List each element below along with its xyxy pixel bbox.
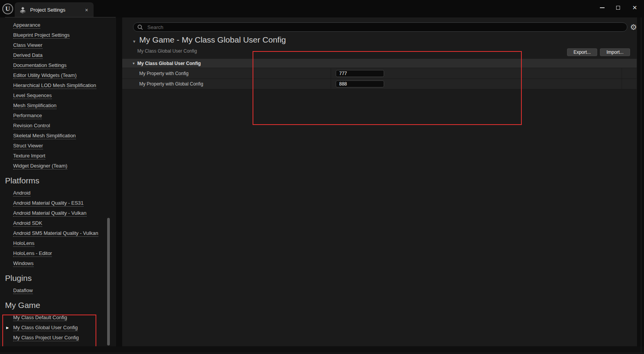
sidebar-item-android[interactable]: Android bbox=[0, 188, 116, 198]
sidebar-item-label: Skeletal Mesh Simplification bbox=[13, 133, 76, 139]
page-subtitle: My Class Global User Config bbox=[137, 48, 197, 54]
sidebar-item-label: Blueprint Project Settings bbox=[13, 32, 70, 39]
sidebar-item-mesh-simplification[interactable]: Mesh Simplification bbox=[0, 101, 116, 111]
sidebar-item-my-class-default-config[interactable]: My Class Default Config bbox=[0, 313, 116, 323]
sidebar-item-android-material-quality-es31[interactable]: Android Material Quality - ES31 bbox=[0, 198, 116, 208]
sidebar-item-blueprint-project-settings[interactable]: Blueprint Project Settings bbox=[0, 30, 116, 40]
sidebar-item-my-class-global-user-config[interactable]: ▶My Class Global User Config bbox=[0, 323, 116, 333]
property-row: My Property with Config bbox=[122, 68, 637, 79]
sidebar-item-documentation-settings[interactable]: Documentation Settings bbox=[0, 60, 116, 70]
sidebar-item-label: Class Viewer bbox=[13, 42, 43, 49]
sidebar-item-label: Editor Utility Widgets (Team) bbox=[13, 72, 77, 79]
window-minimize-button[interactable] bbox=[599, 5, 605, 11]
sidebar-item-class-viewer[interactable]: Class Viewer bbox=[0, 40, 116, 50]
sidebar-item-label: Struct Viewer bbox=[13, 143, 43, 149]
property-value-cell bbox=[331, 79, 622, 89]
property-label: My Property with Config bbox=[122, 68, 331, 79]
property-value-input[interactable] bbox=[336, 70, 384, 77]
project-settings-window: U Project Settings × ✕ bbox=[0, 0, 644, 354]
category-label: My Class Global User Config bbox=[137, 61, 201, 66]
title-bar: U Project Settings × ✕ bbox=[0, 0, 644, 17]
settings-gear-icon[interactable]: ⚙ bbox=[630, 23, 637, 31]
search-input[interactable] bbox=[147, 24, 623, 31]
window-maximize-button[interactable] bbox=[615, 5, 621, 11]
sidebar-item-label: Revision Control bbox=[13, 123, 50, 129]
sidebar-item-label: Android bbox=[13, 190, 31, 197]
sidebar-item-texture-import[interactable]: Texture Import bbox=[0, 151, 116, 161]
sidebar-item-label: My Class Project User Config bbox=[13, 335, 79, 341]
sidebar-item-label: Texture Import bbox=[13, 153, 45, 159]
sidebar-item-label: Documentation Settings bbox=[13, 62, 67, 69]
sidebar-item-editor-utility-widgets-team-[interactable]: Editor Utility Widgets (Team) bbox=[0, 70, 116, 80]
sidebar-item-label: Derived Data bbox=[13, 52, 43, 59]
page-title: My Game - My Class Global User Config bbox=[139, 35, 286, 44]
sidebar-item-label: HoloLens bbox=[13, 240, 34, 247]
sidebar-item-hierarchical-lod-mesh-simplification[interactable]: Hierarchical LOD Mesh Simplification bbox=[0, 80, 116, 91]
unreal-logo-letter: U bbox=[5, 5, 10, 12]
sidebar-item-my-class-project-user-config[interactable]: My Class Project User Config bbox=[0, 333, 116, 343]
settings-sidebar: AppearanceBlueprint Project SettingsClas… bbox=[0, 17, 116, 346]
sidebar-item-label: Android Material Quality - Vulkan bbox=[13, 210, 87, 217]
sidebar-item-label: Hierarchical LOD Mesh Simplification bbox=[13, 82, 96, 89]
category-header[interactable]: ▾ My Class Global User Config bbox=[122, 59, 637, 68]
unreal-engine-logo-icon: U bbox=[2, 3, 13, 14]
property-value-input[interactable] bbox=[336, 80, 384, 87]
sidebar-item-label: My Class Global User Config bbox=[13, 325, 78, 331]
selected-item-arrow-icon: ▶ bbox=[6, 323, 9, 333]
property-row: My Property with Global Config bbox=[122, 79, 637, 89]
property-value-cell bbox=[331, 68, 622, 79]
import-button[interactable]: Import... bbox=[600, 48, 630, 56]
sidebar-item-label: Windows bbox=[13, 260, 34, 267]
sidebar-item-skeletal-mesh-simplification[interactable]: Skeletal Mesh Simplification bbox=[0, 131, 116, 141]
settings-main-panel: ⚙ ▾ My Game - My Class Global User Confi… bbox=[122, 17, 637, 346]
tab-project-settings[interactable]: Project Settings × bbox=[15, 2, 94, 17]
sidebar-item-performance[interactable]: Performance bbox=[0, 111, 116, 121]
sidebar-item-label: Widget Designer (Team) bbox=[13, 163, 67, 169]
category-collapse-icon[interactable]: ▾ bbox=[133, 62, 135, 65]
tab-close-icon[interactable]: × bbox=[84, 7, 90, 13]
export-button[interactable]: Export... bbox=[567, 48, 597, 56]
sidebar-item-android-sm5-material-quality-vulkan[interactable]: Android SM5 Material Quality - Vulkan bbox=[0, 228, 116, 238]
sidebar-item-derived-data[interactable]: Derived Data bbox=[0, 50, 116, 60]
sidebar-item-windows[interactable]: Windows bbox=[0, 258, 116, 268]
sidebar-item-label: Dataflow bbox=[13, 287, 33, 294]
sidebar-item-label: Android SM5 Material Quality - Vulkan bbox=[13, 230, 98, 237]
sidebar-item-hololens-editor[interactable]: HoloLens - Editor bbox=[0, 248, 116, 258]
window-close-button[interactable]: ✕ bbox=[632, 5, 638, 11]
sidebar-item-hololens[interactable]: HoloLens bbox=[0, 238, 116, 248]
sidebar-item-appearance[interactable]: Appearance bbox=[0, 20, 116, 30]
sidebar-item-struct-viewer[interactable]: Struct Viewer bbox=[0, 141, 116, 151]
title-collapse-icon[interactable]: ▾ bbox=[133, 39, 135, 44]
sidebar-item-revision-control[interactable]: Revision Control bbox=[0, 121, 116, 131]
sidebar-item-dataflow[interactable]: Dataflow bbox=[0, 286, 116, 296]
sidebar-section-header-my-game: My Game bbox=[0, 298, 116, 313]
sidebar-item-label: Mesh Simplification bbox=[13, 103, 56, 109]
sidebar-item-level-sequences[interactable]: Level Sequences bbox=[0, 91, 116, 101]
sidebar-item-label: Appearance bbox=[13, 22, 40, 29]
project-settings-icon bbox=[19, 7, 26, 14]
sidebar-item-label: HoloLens - Editor bbox=[13, 250, 52, 257]
sidebar-section-header-platforms: Platforms bbox=[0, 173, 116, 188]
property-row-end-cell bbox=[622, 68, 637, 79]
search-icon bbox=[137, 24, 143, 30]
sidebar-item-widget-designer-team-[interactable]: Widget Designer (Team) bbox=[0, 161, 116, 171]
sidebar-item-label: Performance bbox=[13, 113, 42, 119]
sidebar-item-android-sdk[interactable]: Android SDK bbox=[0, 218, 116, 228]
search-bar[interactable] bbox=[133, 22, 627, 32]
tab-title: Project Settings bbox=[30, 7, 84, 13]
sidebar-item-label: Android SDK bbox=[13, 220, 42, 227]
sidebar-item-label: My Class Default Config bbox=[13, 315, 67, 321]
sidebar-item-label: Android Material Quality - ES31 bbox=[13, 200, 84, 207]
sidebar-item-android-material-quality-vulkan[interactable]: Android Material Quality - Vulkan bbox=[0, 208, 116, 218]
sidebar-section-header-plugins: Plugins bbox=[0, 271, 116, 286]
window-bottom-border bbox=[0, 353, 644, 353]
property-row-end-cell bbox=[622, 79, 637, 89]
sidebar-item-label: Level Sequences bbox=[13, 92, 52, 99]
window-right-border bbox=[641, 17, 641, 353]
property-label: My Property with Global Config bbox=[122, 79, 331, 89]
sidebar-scrollbar-thumb[interactable] bbox=[107, 218, 110, 345]
